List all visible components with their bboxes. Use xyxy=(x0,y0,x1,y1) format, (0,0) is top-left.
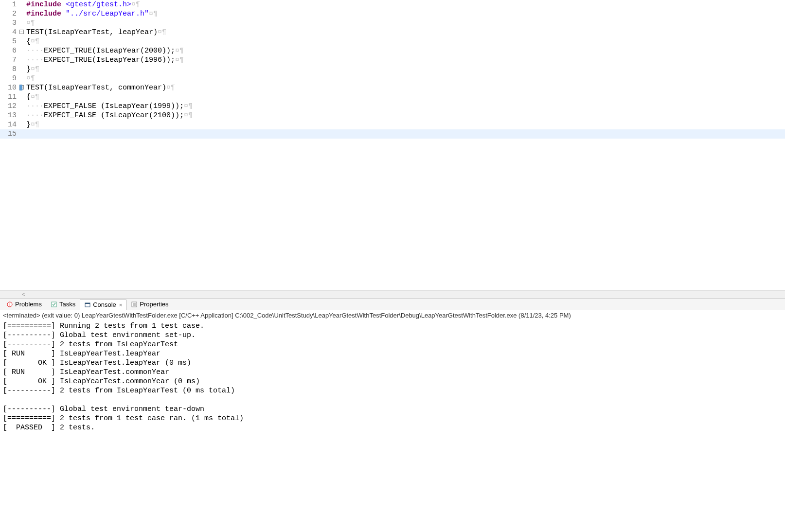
code-line[interactable]: 1#include <gtest/gtest.h>¤¶ xyxy=(0,0,785,9)
fold-gutter xyxy=(19,129,26,139)
code-text[interactable]: ····EXPECT_TRUE(IsLeapYear(2000));¤¶ xyxy=(26,46,785,55)
code-line[interactable]: 13····EXPECT_FALSE (IsLeapYear(2100));¤¶ xyxy=(0,111,785,120)
tab-label: Properties xyxy=(140,301,168,308)
fold-gutter xyxy=(19,92,26,102)
line-number: 15 xyxy=(0,129,19,139)
tab-label: Tasks xyxy=(59,301,75,308)
code-line[interactable]: 8}¤¶ xyxy=(0,65,785,74)
tab-tasks[interactable]: Tasks xyxy=(46,299,80,310)
fold-gutter xyxy=(19,102,26,111)
bottom-panel: ! Problems Tasks Console × Properties <t… xyxy=(0,299,785,532)
code-line[interactable]: 10−TEST(IsLeapYearTest, commonYear)¤¶ xyxy=(0,83,785,92)
fold-gutter xyxy=(19,18,26,28)
code-text[interactable]: #include "../src/LeapYear.h"¤¶ xyxy=(26,9,785,18)
code-text[interactable]: #include <gtest/gtest.h>¤¶ xyxy=(26,0,785,9)
code-text[interactable]: ¤¶ xyxy=(26,18,785,28)
code-text[interactable]: TEST(IsLeapYearTest, leapYear)¤¶ xyxy=(26,28,785,37)
tasks-icon xyxy=(51,301,57,308)
line-number: 11 xyxy=(0,92,19,102)
fold-toggle-icon[interactable]: − xyxy=(19,30,24,34)
fold-gutter[interactable]: − xyxy=(19,28,26,37)
scroll-left-arrow[interactable]: < xyxy=(19,291,27,299)
code-pane[interactable]: 1#include <gtest/gtest.h>¤¶2#include "..… xyxy=(0,0,785,290)
code-text[interactable]: ····EXPECT_TRUE(IsLeapYear(1996));¤¶ xyxy=(26,55,785,65)
fold-gutter xyxy=(19,111,26,120)
code-line[interactable]: 15 xyxy=(0,129,785,139)
fold-gutter xyxy=(19,120,26,129)
code-line[interactable]: 14}¤¶ xyxy=(0,120,785,129)
overview-mark xyxy=(19,85,22,90)
console-output[interactable]: [==========] Running 2 tests from 1 test… xyxy=(0,320,785,532)
console-header: <terminated> (exit value: 0) LeapYearGte… xyxy=(0,310,785,320)
line-number: 1 xyxy=(0,0,19,9)
line-number: 3 xyxy=(0,18,19,28)
line-number: 6 xyxy=(0,46,19,55)
code-line[interactable]: 3¤¶ xyxy=(0,18,785,28)
code-text[interactable]: {¤¶ xyxy=(26,92,785,102)
svg-rect-4 xyxy=(85,303,90,304)
fold-gutter xyxy=(19,46,26,55)
fold-gutter xyxy=(19,65,26,74)
tab-console[interactable]: Console × xyxy=(80,300,126,310)
fold-gutter xyxy=(19,74,26,83)
tab-properties[interactable]: Properties xyxy=(126,299,173,310)
line-number: 14 xyxy=(0,120,19,129)
properties-icon xyxy=(131,301,138,308)
tab-label: Console xyxy=(93,301,116,308)
code-text[interactable]: ····EXPECT_FALSE (IsLeapYear(1999));¤¶ xyxy=(26,102,785,111)
code-text[interactable]: {¤¶ xyxy=(26,37,785,46)
line-number: 4 xyxy=(0,28,19,37)
fold-gutter xyxy=(19,9,26,18)
horizontal-scrollbar[interactable]: < xyxy=(0,290,785,298)
code-text[interactable]: }¤¶ xyxy=(26,120,785,129)
line-number: 7 xyxy=(0,55,19,65)
editor-area: 1#include <gtest/gtest.h>¤¶2#include "..… xyxy=(0,0,785,299)
code-line[interactable]: 5{¤¶ xyxy=(0,37,785,46)
code-text[interactable]: }¤¶ xyxy=(26,65,785,74)
line-number: 13 xyxy=(0,111,19,120)
code-text[interactable]: ····EXPECT_FALSE (IsLeapYear(2100));¤¶ xyxy=(26,111,785,120)
code-line[interactable]: 9¤¶ xyxy=(0,74,785,83)
close-icon[interactable]: × xyxy=(119,302,122,308)
line-number: 12 xyxy=(0,102,19,111)
problems-icon: ! xyxy=(6,301,13,308)
code-line[interactable]: 2#include "../src/LeapYear.h"¤¶ xyxy=(0,9,785,18)
line-number: 5 xyxy=(0,37,19,46)
code-text[interactable]: ¤¶ xyxy=(26,74,785,83)
tab-label: Problems xyxy=(15,301,42,308)
code-text[interactable] xyxy=(26,129,785,139)
line-number: 10 xyxy=(0,83,19,92)
code-line[interactable]: 6····EXPECT_TRUE(IsLeapYear(2000));¤¶ xyxy=(0,46,785,55)
line-number: 8 xyxy=(0,65,19,74)
code-line[interactable]: 7····EXPECT_TRUE(IsLeapYear(1996));¤¶ xyxy=(0,55,785,65)
line-number: 2 xyxy=(0,9,19,18)
tab-problems[interactable]: ! Problems xyxy=(2,299,46,310)
fold-gutter xyxy=(19,55,26,65)
fold-gutter xyxy=(19,0,26,9)
svg-text:!: ! xyxy=(9,302,10,307)
line-number: 9 xyxy=(0,74,19,83)
console-icon xyxy=(84,301,91,308)
fold-gutter xyxy=(19,37,26,46)
code-line[interactable]: 4−TEST(IsLeapYearTest, leapYear)¤¶ xyxy=(0,28,785,37)
code-text[interactable]: TEST(IsLeapYearTest, commonYear)¤¶ xyxy=(26,83,785,92)
code-line[interactable]: 12····EXPECT_FALSE (IsLeapYear(1999));¤¶ xyxy=(0,102,785,111)
code-line[interactable]: 11{¤¶ xyxy=(0,92,785,102)
bottom-tabs: ! Problems Tasks Console × Properties xyxy=(0,299,785,310)
fold-gutter[interactable]: − xyxy=(19,83,26,92)
